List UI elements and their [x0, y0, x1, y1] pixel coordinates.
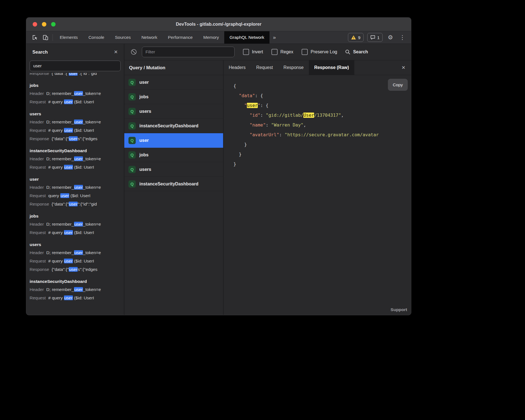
minimize-window-button[interactable] [42, 22, 46, 27]
devtools-tab-network[interactable]: Network [136, 31, 163, 44]
checkbox-preserve-log[interactable]: Preserve Log [302, 49, 337, 55]
search-result-line[interactable]: HeaderD; remember_user_token=e [30, 89, 122, 98]
block-icon[interactable] [130, 49, 137, 55]
search-result-line[interactable]: Request# query user ($id: UserI [30, 257, 122, 265]
query-badge: Q [128, 151, 136, 159]
search-result-fragment: _token=e [83, 287, 101, 292]
checkbox-box[interactable] [271, 49, 278, 55]
search-result-line[interactable]: HeaderD; remember_user_token=e [30, 285, 122, 294]
search-result-line[interactable]: Response{"data":{"user":{"id":"gid [30, 73, 122, 78]
search-result-line[interactable]: Request# query user ($id: UserI [30, 228, 122, 237]
query-badge: Q [128, 122, 136, 130]
search-input-wrap [26, 60, 124, 73]
search-result-line[interactable]: Response{"data":{"user":{"id":"gid [30, 200, 122, 208]
close-window-button[interactable] [33, 22, 37, 27]
search-result-title[interactable]: jobs [30, 212, 122, 220]
search-toggle-label: Search [353, 49, 368, 54]
search-result-title[interactable]: instanceSecurityDashboard [30, 277, 122, 285]
zoom-window-button[interactable] [51, 22, 56, 27]
search-result-title[interactable]: user [30, 175, 122, 183]
search-result-text: D; remember_user_token=e [46, 183, 101, 192]
search-panel: Search ✕ Response{"data":{"user":{"id":"… [26, 44, 124, 315]
detail-tab-response[interactable]: Response [278, 60, 309, 75]
query-list-item-instancesecuritydashboard[interactable]: QinstanceSecurityDashboard [124, 119, 223, 133]
search-input[interactable] [30, 61, 121, 71]
search-match-highlight: user [74, 287, 83, 292]
devtools-tab-elements[interactable]: Elements [54, 31, 83, 44]
query-label: users [139, 109, 151, 114]
settings-gear-icon[interactable]: ⚙ [386, 31, 395, 44]
warning-triangle-icon [351, 35, 356, 40]
search-result-title[interactable]: users [30, 110, 122, 118]
search-match-highlight: user [74, 120, 83, 124]
search-result-field: Header [30, 89, 44, 98]
checkbox-box[interactable] [243, 49, 249, 55]
search-result-title[interactable]: users [30, 240, 122, 249]
more-tabs-icon[interactable]: » [269, 31, 279, 44]
query-list-item-user[interactable]: Quser [124, 75, 223, 90]
json-token: "name" [250, 122, 266, 128]
warnings-badge[interactable]: 9 [348, 33, 363, 42]
query-list-item-instancesecuritydashboard[interactable]: QinstanceSecurityDashboard [124, 177, 223, 191]
filter-input[interactable] [142, 47, 235, 57]
search-result: jobsHeaderD; remember_user_token=eReques… [30, 212, 122, 237]
close-search-icon[interactable]: ✕ [114, 49, 118, 55]
search-result-title[interactable]: instanceSecurityDashboard [30, 147, 122, 155]
search-result-line[interactable]: Response{"data":{"users":{"edges [30, 265, 122, 274]
devtools-tab-performance[interactable]: Performance [163, 31, 198, 44]
detail-tab-response-raw[interactable]: Response (Raw) [309, 60, 354, 75]
search-result-fragment: ":{"id":"gid [78, 73, 97, 76]
search-result-line[interactable]: HeaderD; remember_user_token=e [30, 155, 122, 163]
query-list-item-users[interactable]: Qusers [124, 104, 223, 119]
search-result-title[interactable]: jobs [30, 81, 122, 89]
devtools-tab-memory[interactable]: Memory [198, 31, 224, 44]
search-result-line[interactable]: Response{"data":{"users":{"edges [30, 135, 122, 143]
json-token: "gid://gitlab/ [266, 113, 304, 118]
detail-tab-headers[interactable]: Headers [223, 60, 251, 75]
search-result-line[interactable]: HeaderD; remember_user_token=e [30, 183, 122, 192]
json-token: : [266, 122, 271, 128]
search-result-line[interactable]: Request# query user ($id: UserI [30, 126, 122, 135]
search-result-line[interactable]: HeaderD; remember_user_token=e [30, 249, 122, 257]
checkbox-box[interactable] [302, 49, 308, 55]
search-result-line[interactable]: Request# query user ($id: UserI [30, 98, 122, 106]
search-result-line[interactable]: HeaderD; remember_user_token=e [30, 220, 122, 228]
search-result-fragment: ($id: UserI [73, 99, 94, 104]
search-result-line[interactable]: Requestquery user ($id: UserI [30, 192, 122, 200]
json-token: : { [255, 93, 263, 98]
query-list-item-user[interactable]: Quser [124, 133, 223, 148]
search-result-field: Response [30, 73, 49, 78]
search-result-fragment: # query [48, 295, 64, 300]
search-result-fragment: D; remember_ [46, 250, 74, 255]
detail-tabs-row: HeadersRequestResponseResponse (Raw) ✕ [223, 60, 411, 75]
title-bar: DevTools - gitlab.com/-/graphql-explorer [26, 18, 411, 31]
query-badge: Q [128, 137, 136, 144]
kebab-menu-icon[interactable]: ⋮ [398, 31, 407, 44]
checkbox-regex[interactable]: Regex [271, 49, 293, 55]
query-list-item-users[interactable]: Qusers [124, 162, 223, 177]
devtools-tab-graphql-network[interactable]: GraphQL Network [224, 31, 269, 44]
close-detail-icon[interactable]: ✕ [402, 65, 411, 71]
device-toolbar-icon[interactable] [40, 31, 51, 44]
search-panel-header: Search ✕ [26, 44, 124, 60]
search-result-fragment: ($id: UserI [73, 230, 94, 235]
support-link[interactable]: Support [391, 307, 407, 312]
detail-tab-request[interactable]: Request [251, 60, 278, 75]
query-list-item-jobs[interactable]: Qjobs [124, 90, 223, 104]
copy-button[interactable]: Copy [388, 79, 408, 91]
chat-bubble-icon [370, 35, 375, 40]
messages-badge[interactable]: 1 [367, 33, 383, 42]
devtools-toolbar: ElementsConsoleSourcesNetworkPerformance… [26, 31, 411, 44]
inspect-element-icon[interactable] [30, 31, 40, 44]
checkbox-invert[interactable]: Invert [243, 49, 263, 55]
search-result-line[interactable]: Request# query user ($id: UserI [30, 163, 122, 171]
search-toggle[interactable]: Search [345, 49, 368, 55]
devtools-tab-sources[interactable]: Sources [110, 31, 136, 44]
search-result-fragment: _token=e [83, 156, 101, 161]
search-result-line[interactable]: Request# query user ($id: UserI [30, 294, 122, 302]
devtools-tab-console[interactable]: Console [83, 31, 110, 44]
search-result-line[interactable]: HeaderD; remember_user_token=e [30, 118, 122, 126]
search-result-fragment: ($id: UserI [69, 193, 90, 198]
query-list-item-jobs[interactable]: Qjobs [124, 148, 223, 162]
search-result-fragment: s":{"edges [78, 136, 97, 141]
